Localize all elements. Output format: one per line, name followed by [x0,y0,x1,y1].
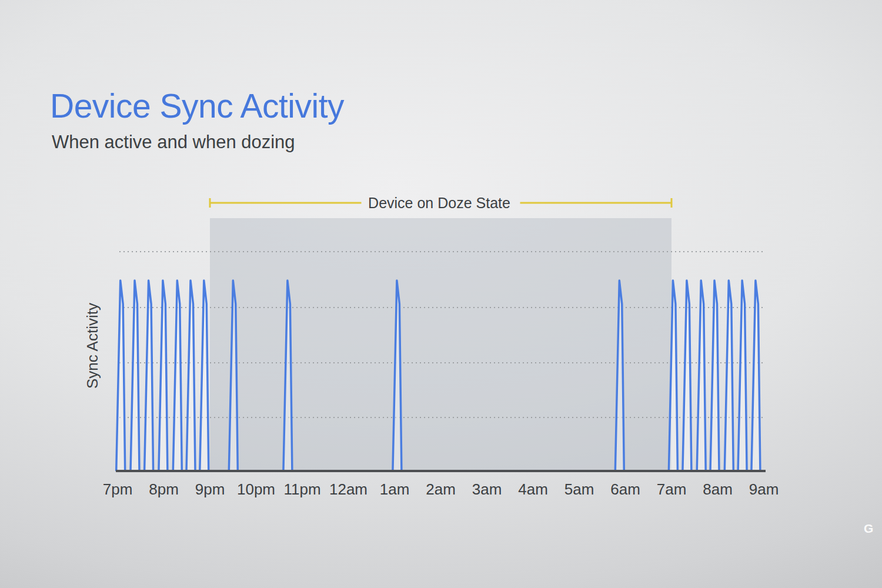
x-tick-label: 5am [564,480,594,499]
x-tick-label: 7pm [103,480,133,499]
sync-spike [131,280,139,471]
x-tick-label: 8pm [149,480,179,499]
sync-spike [738,280,747,471]
sync-spike [751,280,760,471]
sync-spike [145,280,153,471]
y-axis-label: Sync Activity [83,303,102,389]
sync-spike [697,280,706,471]
sync-spike [724,280,733,471]
doze-annotation-label: Device on Doze State [368,195,510,212]
x-tick-label: 12am [329,480,368,499]
sync-spike [200,280,209,471]
sync-spike [186,280,195,471]
sync-spike [683,280,691,471]
x-tick-label: 10pm [237,480,275,499]
x-tick-label: 2am [426,480,456,499]
slide-background: Device Sync Activity When active and whe… [0,0,882,588]
x-tick-label: 6am [610,480,640,499]
x-tick-label: 7am [657,480,687,499]
doze-region [210,218,671,471]
sync-spike [173,280,182,471]
x-tick-label: 8am [703,480,733,499]
x-tick-label: 1am [380,480,410,499]
google-g-logo: G [864,522,873,536]
x-tick-label: 9am [749,480,779,499]
x-tick-label: 9pm [195,480,225,499]
x-tick-label: 3am [472,480,502,499]
sync-activity-chart [0,0,882,588]
x-tick-label: 4am [518,480,548,499]
sync-spike [710,280,719,471]
sync-spike [116,280,125,471]
x-tick-label: 11pm [283,480,320,499]
sync-spike [159,280,168,471]
